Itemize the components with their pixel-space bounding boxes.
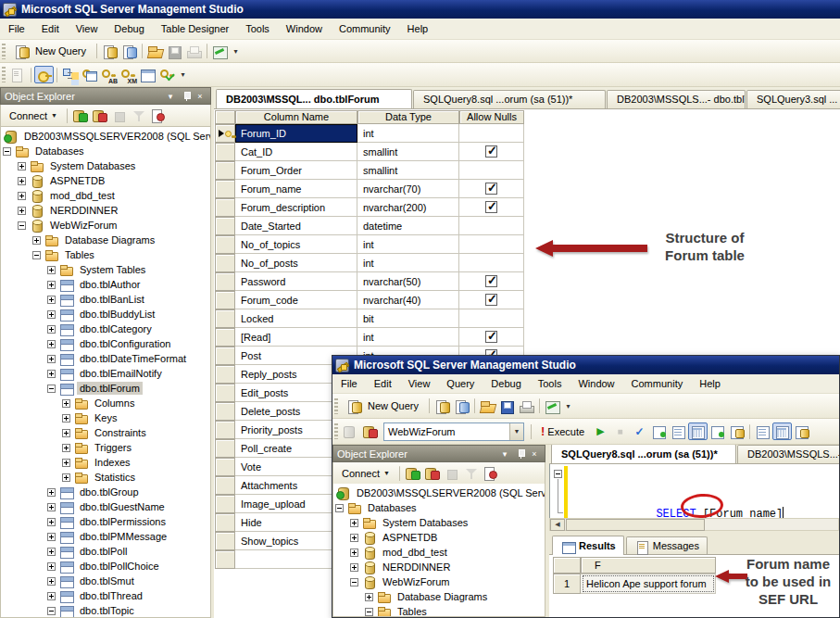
toolbar-overflow-icon[interactable]: ▾ [177,66,189,83]
collapse-region-icon[interactable] [554,470,562,478]
toolbar-grip[interactable] [2,44,6,59]
save-icon[interactable] [497,397,517,415]
menu-item[interactable]: Community [331,20,399,37]
expander-icon[interactable] [47,370,56,378]
reports-icon[interactable] [148,107,168,124]
menu-item[interactable]: Edit [33,20,68,37]
column-name-cell[interactable]: Forum_Order [235,161,357,180]
tree-item[interactable]: dbo.tblBanList [1,292,210,307]
data-type-cell[interactable]: bit [357,309,459,328]
connect-object-explorer-icon[interactable] [70,107,90,124]
tree-item[interactable]: dbo.tblPMMessage [1,529,210,544]
expander-icon[interactable] [350,534,358,542]
results-row-header[interactable]: 1 [553,574,581,594]
connect-icon[interactable] [341,423,360,440]
tree-item[interactable]: System Databases [1,158,210,173]
separator[interactable] [56,68,57,82]
object-explorer-header[interactable]: Object Explorer ▾ × [332,445,545,462]
expander-icon[interactable] [47,548,56,556]
expander-icon[interactable] [350,578,358,586]
allow-nulls-cell[interactable] [459,161,524,180]
open-file-icon[interactable] [478,397,497,415]
expander-icon[interactable] [365,593,373,601]
row-header[interactable] [215,180,235,198]
data-type-cell[interactable]: datetime [357,217,459,235]
expander-icon[interactable] [62,444,70,452]
menu-item[interactable]: Community [623,375,692,392]
document-tab[interactable]: SQLQuery8.sql ...orum (sa (51))* [413,90,606,108]
tree-item[interactable]: dbo.tblGroup [1,485,210,499]
execute-icon[interactable]: ▶ [591,423,610,440]
results-to-file-icon[interactable] [792,423,811,440]
data-type-cell[interactable]: nvarchar(50) [357,272,459,291]
column-name-cell[interactable]: Forum_code [235,291,357,309]
column-name-cell[interactable]: Date_Started [235,217,357,235]
data-type-cell[interactable]: nvarchar(70) [357,180,459,198]
expander-icon[interactable] [47,592,56,600]
column-name-cell[interactable]: Forum_description [235,198,357,217]
expander-icon[interactable] [3,147,11,156]
row-header[interactable] [215,458,235,476]
open-file-icon[interactable] [145,43,165,60]
tree-item[interactable]: dbo.tblForum [1,381,210,396]
manage-indexes-keys-icon[interactable] [80,66,99,83]
row-header[interactable] [215,495,235,513]
generate-change-script-icon[interactable] [8,66,28,83]
menu-item[interactable]: Tools [237,20,278,37]
cancel-executing-query-icon[interactable]: ■ [610,423,630,440]
display-estimated-plan-icon[interactable] [649,423,669,440]
menu-item[interactable]: File [0,20,33,37]
tree-item[interactable]: ASPNETDB [333,530,545,545]
row-header[interactable] [215,309,235,328]
expander-icon[interactable] [47,355,56,363]
row-header[interactable] [215,328,235,347]
tree-item[interactable]: Keys [1,410,210,425]
expander-icon[interactable] [47,340,56,348]
activity-monitor-icon[interactable] [543,397,562,415]
expander-icon[interactable] [32,236,41,245]
row-header[interactable] [215,439,235,458]
menu-item[interactable]: Help [691,375,729,392]
allow-nulls-cell[interactable] [459,272,524,291]
expander-icon[interactable] [47,503,56,511]
tree-item[interactable]: dbo.tblPoll [1,544,210,559]
results-to-grid-icon[interactable] [772,423,792,440]
expander-icon[interactable] [62,414,70,423]
tree-item[interactable]: mod_dbd_test [333,545,545,560]
toolbar-overflow-icon[interactable]: ▾ [562,397,574,415]
menu-item[interactable]: Debug [483,375,529,392]
change-connection-icon[interactable] [360,423,380,440]
expander-icon[interactable] [18,162,26,170]
scrollbar-thumb[interactable] [566,519,705,531]
column-name-cell[interactable]: Locked [235,309,357,328]
column-name-header[interactable]: Column Name [235,110,357,124]
new-database-engine-query-icon[interactable] [433,397,452,415]
tree-item[interactable]: dbo.tblTopic [1,603,210,618]
menu-item[interactable]: Tools [530,375,570,392]
separator[interactable] [539,398,540,413]
expander-icon[interactable] [47,266,56,274]
separator[interactable] [207,44,207,58]
database-combobox[interactable]: WebWizForum ▼ [383,423,524,441]
query-designer-icon[interactable] [669,423,688,440]
data-type-cell[interactable]: nvarchar(40) [357,291,459,309]
row-header[interactable] [215,421,235,439]
results-value-cell[interactable]: Helicon Ape support forum [581,574,716,594]
object-explorer-header[interactable]: Object Explorer ▾ × [0,87,211,105]
menu-item[interactable]: Help [399,20,437,37]
expander-icon[interactable] [18,221,26,230]
execute-button[interactable]: ! Execute [534,423,591,440]
menu-item[interactable]: File [332,375,366,392]
separator[interactable] [749,424,750,439]
menu-item[interactable]: View [68,20,107,37]
column-name-cell[interactable]: [Read] [235,328,357,347]
allow-nulls-cell[interactable] [459,124,524,143]
column-name-cell[interactable]: No_of_topics [235,235,357,254]
connect-object-explorer-icon[interactable] [403,464,422,482]
row-header[interactable] [215,254,235,272]
filter-icon[interactable] [461,464,481,482]
tree-item[interactable]: WebWizForum [1,218,210,233]
results-corner-cell[interactable] [553,557,581,574]
data-type-cell[interactable]: smallint [357,161,459,180]
chevron-down-icon[interactable]: ▼ [509,423,523,440]
